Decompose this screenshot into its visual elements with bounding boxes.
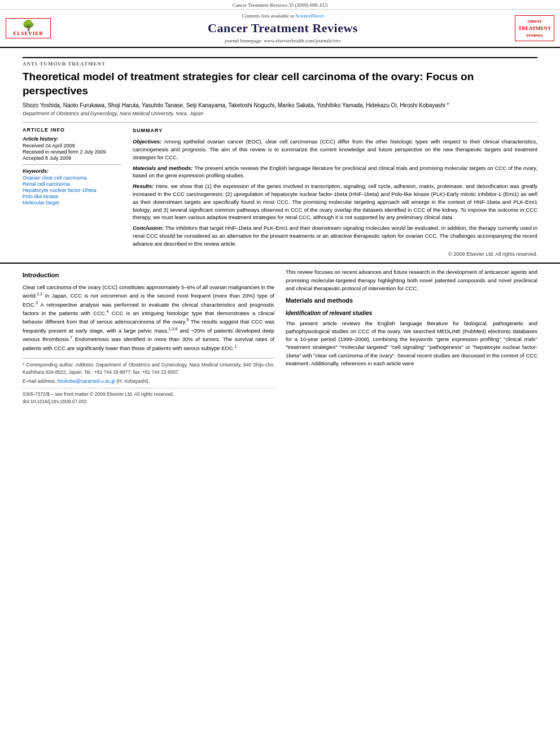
corner-logo: cancerTREATMENTreviews [515,15,554,41]
article-info-heading: ARTICLE INFO [23,127,121,133]
copyright: © 2009 Elsevier Ltd. All rights reserved… [133,251,537,258]
materials-methods-heading: Materials and methods [286,296,537,305]
right-body-col: This review focuses on recent advances a… [286,268,537,405]
keywords-label: Keywords: [23,168,121,174]
authors: Shozo Yoshida, Naoto Furukawa, Shoji Har… [23,102,537,108]
summary-conclusion: Conclusion: The inhibitors that target H… [133,224,537,247]
footnote-section: * Corresponding author. Address: Departm… [23,358,274,385]
identification-subheading: Identification of relevant studies [286,309,537,317]
article-title: Theoretical model of treatment strategie… [23,70,537,98]
journal-center: Contents lists available at ScienceDirec… [51,13,515,43]
body-content: Introduction Clear cell carcinoma of the… [0,263,560,409]
keyword-2: Renal cell carcinoma [23,181,121,187]
summary-heading: SUMMARY [133,127,537,134]
received-date: Received 24 April 2009 [23,143,121,148]
elsevier-logo: 🌳 ELSEVIER [6,18,51,38]
summary-objectives: Objectives: Among epithelial ovarian can… [133,138,537,161]
revised-date: Received in revised form 2 July 2009 [23,149,121,155]
article-info-summary-section: ARTICLE INFO Article history: Received 2… [23,122,537,258]
journal-citation: Cancer Treatment Reviews 35 (2009) 608–6… [233,2,328,8]
main-content: ANTI-TUMOUR TREATMENT Theoretical model … [0,48,560,263]
left-body-col: Introduction Clear cell carcinoma of the… [23,268,274,405]
keywords-list: Ovarian clear cell carcinoma Renal cell … [23,175,121,206]
introduction-heading: Introduction [23,270,274,280]
affiliation: Department of Obstetrics and Gynecology,… [23,111,537,116]
issn-line: 0305-7372/$ – see front matter © 2009 El… [23,391,274,398]
journal-title: Cancer Treatment Reviews [62,21,504,36]
summary-results: Results: Here, we show that (1) the expr… [133,182,537,221]
body-two-col: Introduction Clear cell carcinoma of the… [23,268,537,405]
top-bar: Cancer Treatment Reviews 35 (2009) 608–6… [0,0,560,10]
introduction-p1: Clear cell carcinoma of the ovary (CCC) … [23,283,274,352]
keyword-1: Ovarian clear cell carcinoma [23,175,121,181]
doi-line: 0305-7372/$ – see front matter © 2009 El… [23,388,274,405]
sciencedirect-line: Contents lists available at ScienceDirec… [62,13,504,19]
elsevier-tree-icon: 🌳 [9,20,47,30]
article-info-col: ARTICLE INFO Article history: Received 2… [23,127,121,258]
history-label: Article history: [23,136,121,142]
accepted-date: Accepted 8 July 2009 [23,155,121,161]
materials-methods-p1: The present article reviews the English … [286,320,537,368]
right-intro-p1: This review focuses on recent advances a… [286,268,537,292]
doi-text: doi:10.1016/j.ctrv.2009.07.002 [23,398,274,405]
summary-col: SUMMARY Objectives: Among epithelial ova… [133,127,537,258]
keyword-5: Molecular target [23,200,121,206]
keyword-4: Polo-like kinase [23,194,121,199]
elsevier-text: ELSEVIER [9,30,47,36]
summary-methods: Materials and methods: The present artic… [133,164,537,180]
email-link[interactable]: hirokoba@naramed-u.ac.jp [57,378,115,384]
section-tag: ANTI-TUMOUR TREATMENT [23,57,537,67]
sciencedirect-link[interactable]: ScienceDirect [295,13,323,19]
journal-header: 🌳 ELSEVIER Contents lists available at S… [0,10,560,48]
corresponding-author-note: * Corresponding author. Address: Departm… [23,361,274,376]
email-note: E-mail address: hirokoba@naramed-u.ac.jp… [23,378,274,385]
keyword-3: Hepatocyte nuclear factor-1theta [23,187,121,193]
journal-homepage: journal homepage: www.elsevierhealth.com… [62,38,504,43]
